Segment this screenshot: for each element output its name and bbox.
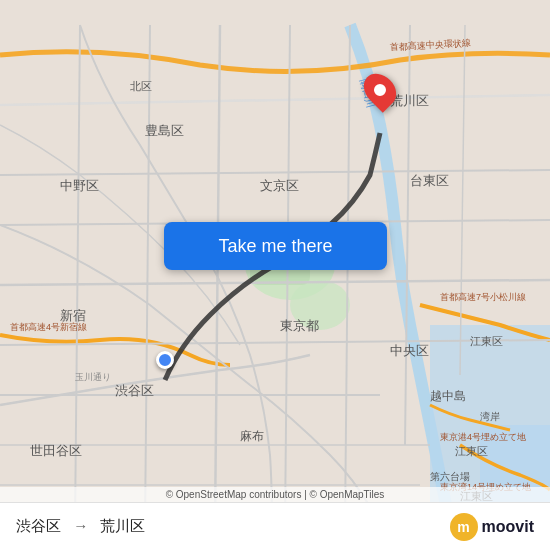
- svg-text:中央区: 中央区: [390, 343, 429, 358]
- map-container: 中野区 豊島区 文京区 台東区 荒川区 東京都 中央区 新宿 渋谷区 世田谷区 …: [0, 0, 550, 550]
- map-background: 中野区 豊島区 文京区 台東区 荒川区 東京都 中央区 新宿 渋谷区 世田谷区 …: [0, 0, 550, 550]
- svg-text:首都高速7号小松川線: 首都高速7号小松川線: [440, 292, 526, 302]
- svg-text:麻布: 麻布: [240, 429, 264, 443]
- moovit-logo: m moovit: [450, 513, 534, 541]
- svg-text:渋谷区: 渋谷区: [115, 383, 154, 398]
- take-me-there-button[interactable]: Take me there: [164, 222, 387, 270]
- svg-text:東京港4号埋め立て地: 東京港4号埋め立て地: [440, 432, 526, 442]
- svg-text:北区: 北区: [130, 80, 152, 92]
- map-attribution: © OpenStreetMap contributors | © OpenMap…: [0, 487, 550, 502]
- svg-text:江東区: 江東区: [455, 445, 488, 457]
- origin-marker: [156, 351, 174, 369]
- svg-text:越中島: 越中島: [430, 389, 466, 403]
- svg-text:玉川通り: 玉川通り: [75, 372, 111, 382]
- bottom-bar: 渋谷区 → 荒川区 m moovit: [0, 502, 550, 550]
- svg-text:東京都: 東京都: [280, 318, 319, 333]
- route-text: 渋谷区 → 荒川区: [16, 517, 145, 536]
- svg-text:新宿: 新宿: [60, 308, 86, 323]
- moovit-icon: m: [450, 513, 478, 541]
- svg-text:湾岸: 湾岸: [480, 411, 500, 422]
- svg-text:中野区: 中野区: [60, 178, 99, 193]
- svg-text:豊島区: 豊島区: [145, 123, 184, 138]
- separator: →: [73, 517, 88, 534]
- svg-text:台東区: 台東区: [410, 173, 449, 188]
- origin-label: 渋谷区: [16, 517, 61, 534]
- svg-text:第六台場: 第六台場: [430, 471, 470, 482]
- moovit-text: moovit: [482, 518, 534, 536]
- svg-text:世田谷区: 世田谷区: [30, 443, 82, 458]
- svg-text:首都高速4号新宿線: 首都高速4号新宿線: [10, 322, 87, 332]
- svg-text:文京区: 文京区: [260, 178, 299, 193]
- svg-text:江東区: 江東区: [470, 335, 503, 347]
- destination-label: 荒川区: [100, 517, 145, 534]
- destination-marker: [366, 72, 394, 108]
